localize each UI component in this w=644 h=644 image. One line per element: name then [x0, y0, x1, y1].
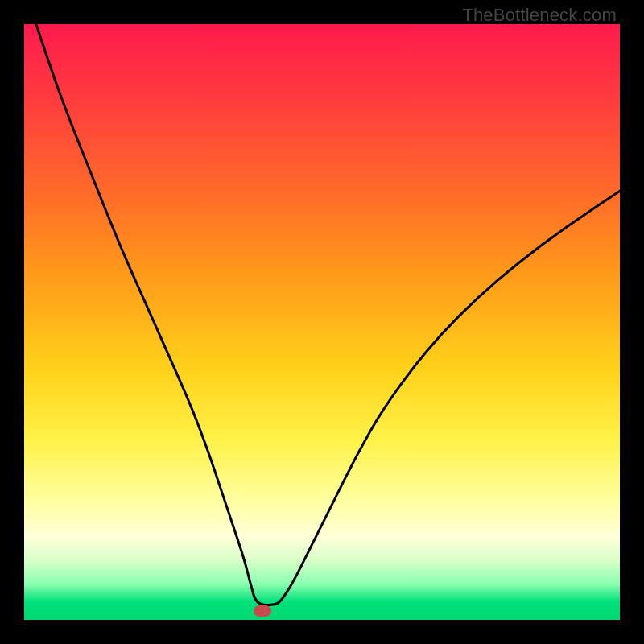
plot-area: [24, 24, 620, 620]
chart-frame: TheBottleneck.com: [0, 0, 644, 644]
bottleneck-curve: [36, 24, 620, 605]
curve-svg: [24, 24, 620, 620]
optimal-marker: [254, 605, 271, 617]
watermark-text: TheBottleneck.com: [462, 5, 617, 26]
